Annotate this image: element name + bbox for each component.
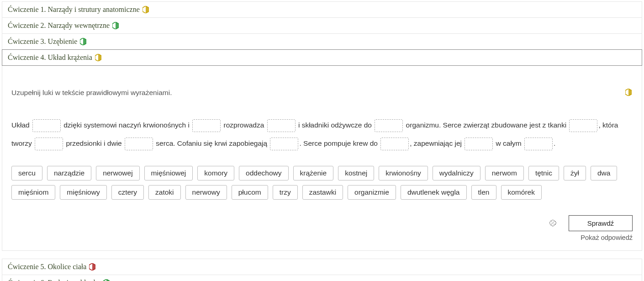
- svg-marker-1: [146, 6, 149, 13]
- word-token[interactable]: płucom: [232, 185, 268, 200]
- check-button[interactable]: Sprawdź: [569, 215, 633, 231]
- exercise-header-3[interactable]: Ćwiczenie 3. Uzębienie: [2, 33, 642, 50]
- word-token[interactable]: tlen: [471, 185, 496, 200]
- fill-text-part: w całym: [494, 139, 523, 147]
- fill-gap[interactable]: [465, 138, 493, 150]
- word-token[interactable]: zatoki: [148, 185, 181, 200]
- word-token[interactable]: tętnic: [528, 166, 559, 180]
- word-bank: sercunarządzienerwowejmięśniowejkomoryod…: [11, 166, 633, 200]
- exercise-title: Ćwiczenie 1. Narządy i strutury anatomic…: [8, 5, 140, 14]
- svg-marker-9: [628, 89, 632, 96]
- difficulty-hex-icon: [80, 38, 86, 45]
- word-token[interactable]: komórek: [501, 185, 542, 200]
- fill-text-part: serca. Cofaniu się krwi zapobiegają: [154, 139, 269, 147]
- exercise-header-5[interactable]: Ćwiczenie 5. Okolice ciała: [2, 259, 642, 275]
- word-token[interactable]: kostnej: [338, 166, 374, 180]
- fill-text-part: Układ: [11, 121, 32, 129]
- word-token[interactable]: nerwowy: [185, 185, 227, 200]
- exercise-header-4[interactable]: Ćwiczenie 4. Układ krążenia: [2, 49, 642, 66]
- fill-text-part: przedsionki i dwie: [64, 139, 124, 147]
- word-token[interactable]: mięśniowy: [60, 185, 106, 200]
- fill-gap[interactable]: [524, 138, 553, 150]
- exercise-instruction: Uzupełnij luki w tekście prawidłowymi wy…: [11, 89, 633, 97]
- word-token[interactable]: sercu: [11, 166, 42, 180]
- exercise-title: Ćwiczenie 4. Układ krążenia: [8, 53, 92, 62]
- fill-gap[interactable]: [267, 119, 296, 132]
- fill-text-part: organizmu. Serce zwierząt zbudowane jest…: [404, 121, 568, 129]
- difficulty-hex-icon: [625, 89, 632, 96]
- fill-gap[interactable]: [270, 138, 298, 150]
- fill-gap[interactable]: [569, 119, 597, 132]
- fill-gap[interactable]: [35, 138, 63, 150]
- fill-gap[interactable]: [375, 119, 403, 132]
- svg-marker-5: [83, 38, 86, 45]
- fill-text-part: .: [554, 139, 555, 147]
- exercise-title: Ćwiczenie 5. Okolice ciała: [8, 263, 86, 271]
- word-token[interactable]: narządzie: [47, 166, 91, 180]
- difficulty-hex-icon: [143, 6, 149, 13]
- exercise-body: Uzupełnij luki w tekście prawidłowymi wy…: [2, 66, 642, 251]
- word-token[interactable]: dwutlenek węgla: [401, 185, 467, 200]
- fill-text-part: i składniki odżywcze do: [296, 121, 374, 129]
- word-token[interactable]: oddechowy: [239, 166, 288, 180]
- word-token[interactable]: komory: [197, 166, 234, 180]
- exercise-header-6[interactable]: Ćwiczenie 6. Rodzaje nabłonka: [2, 275, 642, 281]
- show-answer-link[interactable]: Pokaż odpowiedź: [11, 234, 633, 241]
- difficulty-hex-icon: [112, 22, 119, 29]
- fill-text: Układ dzięki systemowi naczyń krwionośny…: [11, 116, 633, 153]
- fill-gap[interactable]: [380, 138, 409, 150]
- difficulty-hex-icon: [89, 263, 95, 270]
- word-token[interactable]: zastawki: [302, 185, 343, 200]
- fill-text-part: dzięki systemowi naczyń krwionośnych i: [62, 121, 191, 129]
- footer-row: ⛒Sprawdź: [11, 215, 633, 231]
- exercise-title: Ćwiczenie 2. Narządy wewnętrzne: [8, 21, 110, 30]
- word-token[interactable]: krwionośny: [379, 166, 428, 180]
- word-token[interactable]: krążenie: [293, 166, 334, 180]
- word-token[interactable]: organizmie: [348, 185, 396, 200]
- svg-marker-11: [92, 263, 95, 270]
- word-token[interactable]: cztery: [111, 185, 144, 200]
- exercise-header-2[interactable]: Ćwiczenie 2. Narządy wewnętrzne: [2, 17, 642, 34]
- word-token[interactable]: mięśniowej: [144, 166, 193, 180]
- svg-marker-3: [116, 22, 119, 29]
- word-token[interactable]: dwa: [591, 166, 617, 180]
- fill-text-part: , zapewniając jej: [410, 139, 464, 147]
- difficulty-hex-icon: [103, 279, 110, 281]
- fill-text-part: rozprowadza: [222, 121, 266, 129]
- difficulty-hex-icon: [95, 54, 101, 61]
- word-token[interactable]: nerwowej: [96, 166, 139, 180]
- word-token[interactable]: mięśniom: [11, 185, 55, 200]
- svg-marker-7: [98, 54, 101, 61]
- fill-gap[interactable]: [125, 138, 153, 150]
- svg-marker-13: [106, 279, 110, 281]
- fill-gap[interactable]: [32, 119, 61, 132]
- word-token[interactable]: wydalniczy: [433, 166, 480, 180]
- fill-text-part: . Serce pompuje krew do: [299, 139, 380, 147]
- exercise-title: Ćwiczenie 3. Uzębienie: [8, 37, 77, 46]
- difficulty-hex-icon: [625, 89, 632, 97]
- word-token[interactable]: trzy: [273, 185, 298, 200]
- eraser-icon[interactable]: ⛒: [549, 218, 558, 228]
- exercise-header-1[interactable]: Ćwiczenie 1. Narządy i strutury anatomic…: [2, 1, 642, 18]
- fill-gap[interactable]: [192, 119, 221, 132]
- word-token[interactable]: żył: [564, 166, 586, 180]
- exercise-title: Ćwiczenie 6. Rodzaje nabłonka: [8, 279, 100, 281]
- word-token[interactable]: nerwom: [485, 166, 524, 180]
